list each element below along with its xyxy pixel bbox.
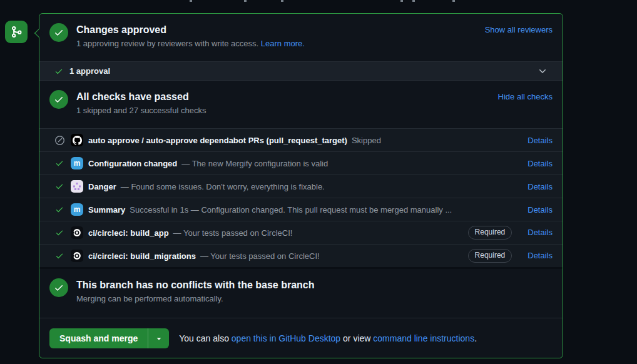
- check-name: Summary: [88, 205, 125, 215]
- triangle-down-icon: [155, 334, 163, 343]
- check-description: — The new Mergify configuration is valid: [181, 159, 328, 168]
- check-icon: [54, 182, 64, 191]
- check-row: ci/circleci: build_app — Your tests pass…: [39, 221, 563, 244]
- mergify-avatar: m: [71, 157, 83, 169]
- check-description: Skipped: [352, 136, 381, 145]
- checks-section-subtitle: 1 skipped and 27 successful checks: [76, 106, 206, 115]
- review-status-section: Changes approved 1 approving review by r…: [39, 14, 563, 61]
- check-name: auto approve / auto-approve dependabot P…: [88, 136, 347, 145]
- checks-passed-icon: [49, 90, 68, 109]
- github-avatar: [71, 134, 83, 146]
- checks-status-section: All checks have passed 1 skipped and 27 …: [39, 81, 563, 128]
- conflicts-section-subtitle: Merging can be performed automatically.: [76, 294, 315, 303]
- learn-more-link[interactable]: Learn more.: [261, 39, 305, 48]
- no-conflicts-check-icon: [49, 278, 68, 297]
- footer-or-view-text: or view: [340, 333, 373, 343]
- details-link[interactable]: Details: [527, 182, 553, 191]
- danger-avatar: [71, 180, 83, 193]
- check-icon: [54, 205, 64, 214]
- details-link[interactable]: Details: [527, 159, 553, 168]
- review-section-subtitle: 1 approving review by reviewers with wri…: [76, 39, 258, 48]
- squash-and-merge-button[interactable]: Squash and merge: [49, 328, 169, 348]
- check-row: m Configuration changed — The new Mergif…: [39, 151, 563, 174]
- conflicts-section: This branch has no conflicts with the ba…: [39, 267, 563, 318]
- circleci-avatar: [71, 226, 83, 239]
- footer-period: .: [474, 333, 477, 343]
- review-section-title: Changes approved: [76, 23, 305, 36]
- checks-section-title: All checks have passed: [76, 90, 206, 103]
- chevron-down-icon[interactable]: [538, 66, 553, 76]
- mergify-avatar: m: [71, 203, 83, 216]
- check-row: Danger — Found some issues. Don't worry,…: [39, 174, 563, 198]
- check-name: ci/circleci: build_migrations: [88, 251, 196, 261]
- approved-check-icon: [49, 23, 68, 42]
- details-link[interactable]: Details: [527, 205, 553, 215]
- check-name: ci/circleci: build_app: [88, 228, 169, 238]
- merge-options-caret[interactable]: [148, 328, 169, 348]
- approval-summary-row[interactable]: 1 approval: [39, 61, 563, 81]
- check-name: Danger: [88, 182, 116, 191]
- required-badge: Required: [468, 226, 512, 239]
- merge-box: Changes approved 1 approving review by r…: [39, 13, 563, 358]
- conflicts-section-title: This branch has no conflicts with the ba…: [76, 278, 315, 291]
- check-description: Successful in 1s — Configuration changed…: [130, 205, 452, 215]
- circleci-avatar: [71, 250, 83, 262]
- details-link[interactable]: Details: [527, 228, 553, 237]
- check-description: — Your tests passed on CircleCI!: [173, 228, 293, 238]
- hide-all-checks-link[interactable]: Hide all checks: [498, 90, 553, 101]
- footer-also-text: You can also: [179, 333, 232, 343]
- checks-list: auto approve / auto-approve dependabot P…: [39, 128, 563, 267]
- details-link[interactable]: Details: [527, 251, 553, 260]
- check-icon: [54, 67, 63, 76]
- github-desktop-link[interactable]: open this in GitHub Desktop: [232, 333, 340, 343]
- check-description: — Your tests passed on CircleCI!: [200, 251, 320, 261]
- check-row: auto approve / auto-approve dependabot P…: [39, 128, 563, 151]
- git-merge-icon: [5, 21, 28, 43]
- check-row: ci/circleci: build_migrations — Your tes…: [39, 244, 563, 267]
- approval-count-label: 1 approval: [69, 66, 110, 76]
- skipped-icon: [54, 136, 64, 145]
- required-badge: Required: [468, 249, 512, 262]
- command-line-instructions-link[interactable]: command line instructions: [373, 333, 474, 343]
- squash-and-merge-label[interactable]: Squash and merge: [49, 328, 148, 348]
- details-link[interactable]: Details: [527, 136, 553, 145]
- merge-footer: Squash and merge You can also open this …: [39, 318, 563, 358]
- check-row: m Summary Successful in 1s — Configurati…: [39, 198, 563, 221]
- check-name: Configuration changed: [88, 159, 177, 168]
- show-all-reviewers-link[interactable]: Show all reviewers: [485, 23, 553, 34]
- check-icon: [54, 251, 64, 260]
- check-icon: [54, 159, 64, 168]
- check-description: — Found some issues. Don't worry, everyt…: [121, 182, 325, 191]
- check-icon: [54, 228, 64, 237]
